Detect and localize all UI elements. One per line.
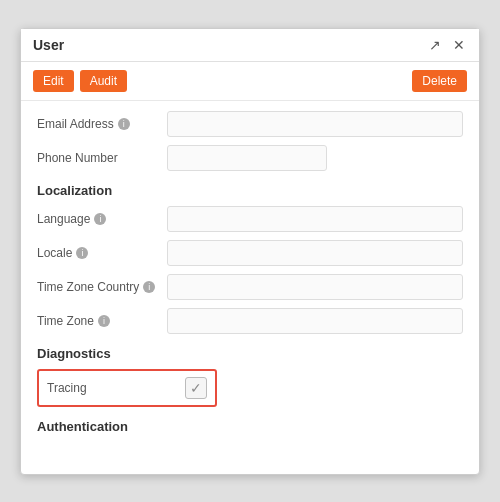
email-info-icon: i <box>118 118 130 130</box>
locale-info-icon: i <box>76 247 88 259</box>
tracing-row: Tracing ✓ <box>37 369 217 407</box>
phone-input[interactable] <box>167 145 327 171</box>
bottom-spacer <box>37 434 463 464</box>
modal-body: Email Address i Phone Number Localizatio… <box>21 101 479 474</box>
user-modal: User ↗ ✕ Edit Audit Delete Email Address… <box>20 28 480 475</box>
tracing-checkbox[interactable]: ✓ <box>185 377 207 399</box>
close-button[interactable]: ✕ <box>451 37 467 53</box>
locale-input[interactable] <box>167 240 463 266</box>
toolbar-left: Edit Audit <box>33 70 127 92</box>
audit-button[interactable]: Audit <box>80 70 127 92</box>
diagnostics-section-title: Diagnostics <box>37 346 463 361</box>
email-label: Email Address i <box>37 117 167 131</box>
delete-button[interactable]: Delete <box>412 70 467 92</box>
locale-label: Locale i <box>37 246 167 260</box>
language-row: Language i <box>37 206 463 232</box>
expand-button[interactable]: ↗ <box>427 37 443 53</box>
toolbar: Edit Audit Delete <box>21 62 479 101</box>
phone-label: Phone Number <box>37 151 167 165</box>
header-icons: ↗ ✕ <box>427 37 467 53</box>
authentication-section-title: Authentication <box>37 419 463 434</box>
timezone-country-label: Time Zone Country i <box>37 280 167 294</box>
check-icon: ✓ <box>190 381 202 395</box>
modal-header: User ↗ ✕ <box>21 29 479 62</box>
edit-button[interactable]: Edit <box>33 70 74 92</box>
diagnostics-section: Diagnostics Tracing ✓ <box>37 346 463 407</box>
timezone-input[interactable] <box>167 308 463 334</box>
modal-title: User <box>33 37 64 53</box>
timezone-country-info-icon: i <box>143 281 155 293</box>
timezone-row: Time Zone i <box>37 308 463 334</box>
timezone-country-row: Time Zone Country i <box>37 274 463 300</box>
email-input[interactable] <box>167 111 463 137</box>
email-row: Email Address i <box>37 111 463 137</box>
timezone-info-icon: i <box>98 315 110 327</box>
language-label: Language i <box>37 212 167 226</box>
locale-row: Locale i <box>37 240 463 266</box>
tracing-label: Tracing <box>47 381 185 395</box>
timezone-country-input[interactable] <box>167 274 463 300</box>
phone-row: Phone Number <box>37 145 463 171</box>
localization-section-title: Localization <box>37 183 463 198</box>
language-input[interactable] <box>167 206 463 232</box>
language-info-icon: i <box>94 213 106 225</box>
timezone-label: Time Zone i <box>37 314 167 328</box>
